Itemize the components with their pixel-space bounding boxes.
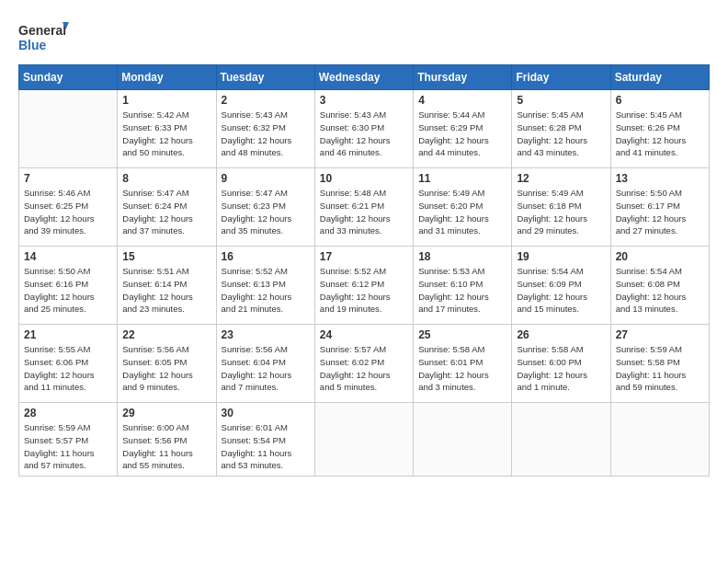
calendar-cell: 26Sunrise: 5:58 AM Sunset: 6:00 PM Dayli…	[512, 325, 610, 403]
day-number: 27	[616, 328, 704, 341]
calendar-body: 1Sunrise: 5:42 AM Sunset: 6:33 PM Daylig…	[19, 90, 710, 477]
day-info: Sunrise: 5:58 AM Sunset: 6:01 PM Dayligh…	[418, 343, 506, 394]
logo-svg: General Blue	[18, 18, 69, 55]
svg-text:General: General	[18, 23, 66, 38]
day-info: Sunrise: 5:43 AM Sunset: 6:32 PM Dayligh…	[222, 109, 310, 159]
day-number: 2	[222, 94, 310, 107]
calendar-cell: 28Sunrise: 5:59 AM Sunset: 5:57 PM Dayli…	[19, 403, 118, 477]
day-number: 19	[517, 250, 605, 263]
day-number: 1	[122, 94, 210, 107]
calendar-cell: 10Sunrise: 5:48 AM Sunset: 6:21 PM Dayli…	[314, 168, 413, 247]
calendar-cell: 9Sunrise: 5:47 AM Sunset: 6:23 PM Daylig…	[216, 168, 314, 247]
day-info: Sunrise: 5:59 AM Sunset: 5:58 PM Dayligh…	[616, 343, 704, 394]
day-info: Sunrise: 5:56 AM Sunset: 6:05 PM Dayligh…	[122, 343, 210, 394]
calendar-cell: 7Sunrise: 5:46 AM Sunset: 6:25 PM Daylig…	[19, 168, 118, 247]
day-info: Sunrise: 5:42 AM Sunset: 6:33 PM Dayligh…	[122, 109, 210, 159]
calendar-cell	[19, 90, 118, 168]
day-number: 9	[222, 172, 310, 185]
calendar-cell	[610, 403, 709, 477]
weekday-header-row: SundayMondayTuesdayWednesdayThursdayFrid…	[19, 65, 710, 90]
calendar-cell: 4Sunrise: 5:44 AM Sunset: 6:29 PM Daylig…	[414, 90, 512, 168]
day-info: Sunrise: 5:47 AM Sunset: 6:24 PM Dayligh…	[122, 187, 210, 237]
header: General Blue	[18, 18, 710, 55]
day-info: Sunrise: 5:57 AM Sunset: 6:02 PM Dayligh…	[320, 343, 408, 394]
calendar-cell: 16Sunrise: 5:52 AM Sunset: 6:13 PM Dayli…	[216, 247, 314, 325]
day-info: Sunrise: 5:54 AM Sunset: 6:09 PM Dayligh…	[517, 265, 605, 316]
day-info: Sunrise: 5:53 AM Sunset: 6:10 PM Dayligh…	[418, 265, 506, 316]
week-row-1: 1Sunrise: 5:42 AM Sunset: 6:33 PM Daylig…	[19, 90, 710, 168]
calendar-cell: 1Sunrise: 5:42 AM Sunset: 6:33 PM Daylig…	[118, 90, 216, 168]
calendar-cell: 2Sunrise: 5:43 AM Sunset: 6:32 PM Daylig…	[216, 90, 314, 168]
weekday-tuesday: Tuesday	[216, 65, 314, 90]
calendar-cell: 3Sunrise: 5:43 AM Sunset: 6:30 PM Daylig…	[314, 90, 413, 168]
day-info: Sunrise: 5:52 AM Sunset: 6:12 PM Dayligh…	[320, 265, 408, 316]
day-number: 30	[222, 407, 310, 419]
day-info: Sunrise: 5:51 AM Sunset: 6:14 PM Dayligh…	[122, 265, 210, 316]
calendar-cell: 25Sunrise: 5:58 AM Sunset: 6:01 PM Dayli…	[414, 325, 512, 403]
day-number: 5	[517, 94, 605, 107]
calendar-cell: 6Sunrise: 5:45 AM Sunset: 6:26 PM Daylig…	[610, 90, 709, 168]
calendar-cell: 30Sunrise: 6:01 AM Sunset: 5:54 PM Dayli…	[216, 403, 314, 477]
day-number: 10	[320, 172, 408, 185]
day-number: 21	[24, 328, 112, 341]
calendar-cell: 27Sunrise: 5:59 AM Sunset: 5:58 PM Dayli…	[610, 325, 709, 403]
day-info: Sunrise: 5:49 AM Sunset: 6:18 PM Dayligh…	[517, 187, 605, 237]
calendar-cell	[314, 403, 413, 477]
day-info: Sunrise: 5:50 AM Sunset: 6:17 PM Dayligh…	[616, 187, 704, 237]
calendar-cell: 15Sunrise: 5:51 AM Sunset: 6:14 PM Dayli…	[118, 247, 216, 325]
day-number: 15	[122, 250, 210, 263]
day-number: 20	[616, 250, 704, 263]
calendar-cell: 29Sunrise: 6:00 AM Sunset: 5:56 PM Dayli…	[118, 403, 216, 477]
day-number: 3	[320, 94, 408, 107]
day-number: 25	[418, 328, 506, 341]
day-info: Sunrise: 5:50 AM Sunset: 6:16 PM Dayligh…	[24, 265, 112, 316]
weekday-thursday: Thursday	[414, 65, 512, 90]
calendar-table: SundayMondayTuesdayWednesdayThursdayFrid…	[18, 64, 710, 477]
day-number: 23	[222, 328, 310, 341]
calendar-cell: 18Sunrise: 5:53 AM Sunset: 6:10 PM Dayli…	[414, 247, 512, 325]
day-info: Sunrise: 5:44 AM Sunset: 6:29 PM Dayligh…	[418, 109, 506, 159]
day-info: Sunrise: 6:01 AM Sunset: 5:54 PM Dayligh…	[222, 421, 310, 472]
day-number: 29	[122, 407, 210, 419]
day-info: Sunrise: 5:54 AM Sunset: 6:08 PM Dayligh…	[616, 265, 704, 316]
weekday-saturday: Saturday	[610, 65, 709, 90]
calendar-cell: 12Sunrise: 5:49 AM Sunset: 6:18 PM Dayli…	[512, 168, 610, 247]
day-number: 7	[24, 172, 112, 185]
day-number: 6	[616, 94, 704, 107]
day-info: Sunrise: 5:52 AM Sunset: 6:13 PM Dayligh…	[222, 265, 310, 316]
day-info: Sunrise: 5:48 AM Sunset: 6:21 PM Dayligh…	[320, 187, 408, 237]
day-info: Sunrise: 5:49 AM Sunset: 6:20 PM Dayligh…	[418, 187, 506, 237]
day-number: 11	[418, 172, 506, 185]
day-info: Sunrise: 5:59 AM Sunset: 5:57 PM Dayligh…	[24, 421, 112, 472]
day-number: 4	[418, 94, 506, 107]
calendar-cell	[414, 403, 512, 477]
day-info: Sunrise: 6:00 AM Sunset: 5:56 PM Dayligh…	[122, 421, 210, 472]
day-number: 22	[122, 328, 210, 341]
logo: General Blue	[18, 18, 69, 55]
svg-text:Blue: Blue	[18, 38, 47, 52]
day-number: 14	[24, 250, 112, 263]
day-number: 26	[517, 328, 605, 341]
calendar-cell: 8Sunrise: 5:47 AM Sunset: 6:24 PM Daylig…	[118, 168, 216, 247]
week-row-5: 28Sunrise: 5:59 AM Sunset: 5:57 PM Dayli…	[19, 403, 710, 477]
day-info: Sunrise: 5:56 AM Sunset: 6:04 PM Dayligh…	[222, 343, 310, 394]
calendar-cell: 22Sunrise: 5:56 AM Sunset: 6:05 PM Dayli…	[118, 325, 216, 403]
calendar-cell: 21Sunrise: 5:55 AM Sunset: 6:06 PM Dayli…	[19, 325, 118, 403]
week-row-2: 7Sunrise: 5:46 AM Sunset: 6:25 PM Daylig…	[19, 168, 710, 247]
day-number: 12	[517, 172, 605, 185]
day-number: 8	[122, 172, 210, 185]
day-number: 18	[418, 250, 506, 263]
weekday-sunday: Sunday	[19, 65, 118, 90]
calendar-cell: 24Sunrise: 5:57 AM Sunset: 6:02 PM Dayli…	[314, 325, 413, 403]
week-row-3: 14Sunrise: 5:50 AM Sunset: 6:16 PM Dayli…	[19, 247, 710, 325]
calendar-cell: 20Sunrise: 5:54 AM Sunset: 6:08 PM Dayli…	[610, 247, 709, 325]
day-info: Sunrise: 5:45 AM Sunset: 6:28 PM Dayligh…	[517, 109, 605, 159]
calendar-cell: 19Sunrise: 5:54 AM Sunset: 6:09 PM Dayli…	[512, 247, 610, 325]
day-info: Sunrise: 5:43 AM Sunset: 6:30 PM Dayligh…	[320, 109, 408, 159]
calendar-cell: 17Sunrise: 5:52 AM Sunset: 6:12 PM Dayli…	[314, 247, 413, 325]
day-number: 13	[616, 172, 704, 185]
day-info: Sunrise: 5:45 AM Sunset: 6:26 PM Dayligh…	[616, 109, 704, 159]
day-number: 24	[320, 328, 408, 341]
day-info: Sunrise: 5:46 AM Sunset: 6:25 PM Dayligh…	[24, 187, 112, 237]
day-number: 28	[24, 407, 112, 419]
